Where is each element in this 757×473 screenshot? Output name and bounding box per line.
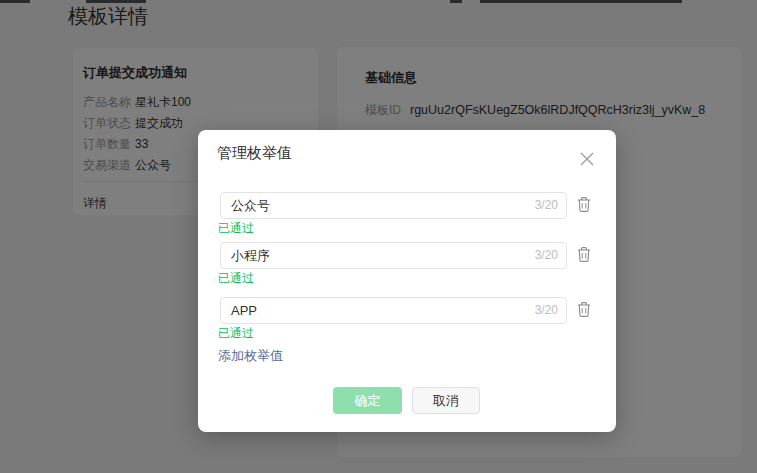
enum-status-badge: 已通过 bbox=[218, 326, 254, 340]
delete-enum-button[interactable] bbox=[576, 301, 592, 318]
trash-icon bbox=[576, 301, 592, 318]
trash-icon bbox=[576, 246, 592, 263]
enum-status-badge: 已通过 bbox=[218, 271, 254, 285]
enum-value-input[interactable] bbox=[221, 243, 566, 268]
enum-value-input[interactable] bbox=[221, 298, 566, 323]
confirm-button[interactable]: 确定 bbox=[333, 387, 402, 414]
close-icon[interactable] bbox=[578, 150, 596, 168]
add-enum-link[interactable]: 添加枚举值 bbox=[218, 348, 283, 364]
delete-enum-button[interactable] bbox=[576, 246, 592, 263]
trash-icon bbox=[576, 196, 592, 213]
delete-enum-button[interactable] bbox=[576, 196, 592, 213]
dialog-title: 管理枚举值 bbox=[217, 142, 292, 164]
enum-value-input-wrap: 3/20 bbox=[220, 192, 567, 219]
close-x-glyph bbox=[578, 150, 596, 168]
enum-value-input-wrap: 3/20 bbox=[220, 242, 567, 269]
enum-status-badge: 已通过 bbox=[218, 221, 254, 235]
enum-value-input[interactable] bbox=[221, 193, 566, 218]
manage-enum-dialog: 管理枚举值 3/20 已通过 3/20 bbox=[198, 130, 616, 432]
enum-value-input-wrap: 3/20 bbox=[220, 297, 567, 324]
template-detail-page: 模板详情 订单提交成功通知 产品名称 星礼卡100 订单状态 提交成功 订单数量… bbox=[0, 0, 757, 473]
cancel-button[interactable]: 取消 bbox=[412, 387, 480, 414]
